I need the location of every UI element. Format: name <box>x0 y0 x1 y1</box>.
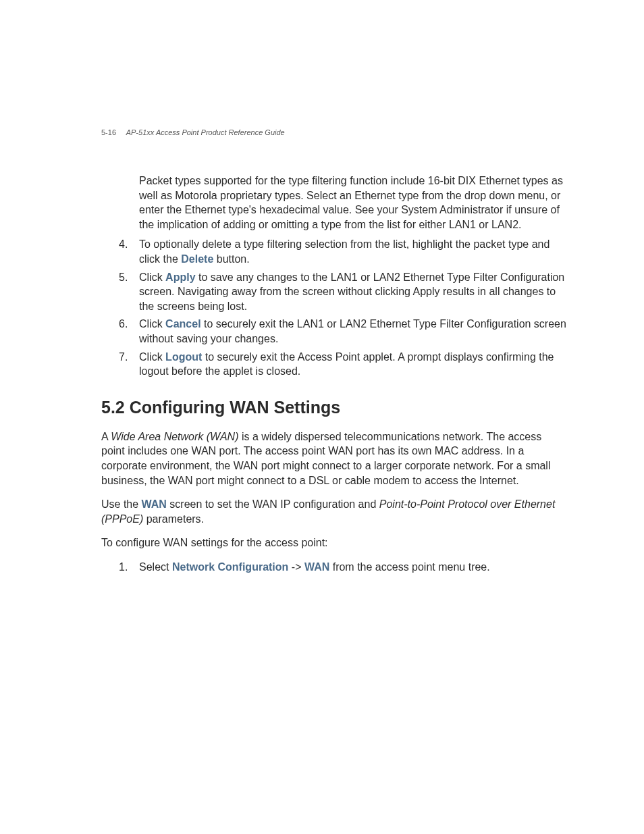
apply-keyword: Apply <box>165 271 195 283</box>
step-text: Select <box>139 561 172 573</box>
wan-term: Wide Area Network (WAN) <box>111 431 238 442</box>
step-text: Click <box>139 351 165 363</box>
delete-keyword: Delete <box>181 253 213 265</box>
step-text: button. <box>213 253 249 265</box>
doc-title: AP-51xx Access Point Product Reference G… <box>126 128 285 136</box>
para-text: Use the <box>101 498 142 510</box>
step-body: To optionally delete a type filtering se… <box>139 237 566 266</box>
step-body: Click Cancel to securely exit the LAN1 o… <box>139 317 566 346</box>
step-body: Select Network Configuration -> WAN from… <box>139 560 566 575</box>
step-body: Click Apply to save any changes to the L… <box>139 270 566 314</box>
para-text: screen to set the WAN IP configuration a… <box>167 498 379 510</box>
page-container: 5-16 AP-51xx Access Point Product Refere… <box>0 0 644 574</box>
step-b-1: 1. Select Network Configuration -> WAN f… <box>101 560 566 575</box>
step-number: 1. <box>101 560 139 575</box>
step-text: -> <box>288 561 304 573</box>
network-configuration-keyword: Network Configuration <box>172 561 288 573</box>
step-text: to securely exit the Access Point applet… <box>139 351 554 377</box>
step-6: 6. Click Cancel to securely exit the LAN… <box>101 317 566 346</box>
step-number: 5. <box>101 270 139 285</box>
step-number: 4. <box>101 237 139 252</box>
step-body: Click Logout to securely exit the Access… <box>139 350 566 379</box>
step-number: 6. <box>101 317 139 332</box>
wan-paragraph-2: Use the WAN screen to set the WAN IP con… <box>101 497 566 526</box>
para-text: A <box>101 431 111 442</box>
para-text: parameters. <box>143 513 204 525</box>
step-text: to save any changes to the LAN1 or LAN2 … <box>139 271 564 312</box>
step-4: 4. To optionally delete a type filtering… <box>101 237 566 266</box>
wan-keyword: WAN <box>142 498 167 510</box>
step-text: Click <box>139 318 165 330</box>
steps-list-b: 1. Select Network Configuration -> WAN f… <box>101 560 566 575</box>
cancel-keyword: Cancel <box>165 318 200 330</box>
preamble-paragraph: Packet types supported for the type filt… <box>139 174 566 232</box>
wan-paragraph-3: To configure WAN settings for the access… <box>101 536 566 550</box>
step-number: 7. <box>101 350 139 365</box>
step-text: Click <box>139 271 165 283</box>
wan-paragraph-1: A Wide Area Network (WAN) is a widely di… <box>101 429 566 488</box>
step-text: to securely exit the LAN1 or LAN2 Ethern… <box>139 318 566 344</box>
running-header: 5-16 AP-51xx Access Point Product Refere… <box>101 128 566 136</box>
step-text: from the access point menu tree. <box>329 561 489 573</box>
step-5: 5. Click Apply to save any changes to th… <box>101 270 566 314</box>
section-heading: 5.2 Configuring WAN Settings <box>101 398 566 417</box>
step-7: 7. Click Logout to securely exit the Acc… <box>101 350 566 379</box>
page-number: 5-16 <box>101 128 116 136</box>
steps-list-a: 4. To optionally delete a type filtering… <box>101 237 566 378</box>
wan-keyword: WAN <box>304 561 329 573</box>
logout-keyword: Logout <box>165 351 202 363</box>
